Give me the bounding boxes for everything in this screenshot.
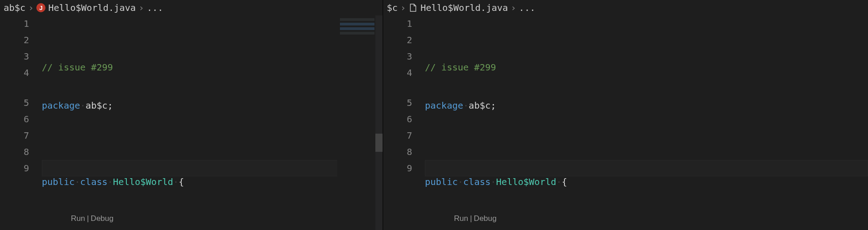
chevron-right-icon: › bbox=[28, 2, 34, 13]
line-number: 3 bbox=[383, 48, 412, 65]
generic-file-icon bbox=[409, 3, 418, 12]
editor-area[interactable]: 1 2 3 4 5 6 7 8 9 // issue #299 package·… bbox=[383, 15, 868, 230]
line-number: 8 bbox=[0, 144, 29, 160]
breadcrumb-label: Hello$World.java bbox=[48, 2, 136, 13]
code-line[interactable]: package·ab$c; bbox=[425, 97, 868, 114]
line-number: 4 bbox=[0, 65, 29, 81]
code-line[interactable]: // issue #299 bbox=[425, 59, 868, 75]
breadcrumb-label: ... bbox=[519, 2, 535, 13]
codelens-separator: | bbox=[87, 214, 89, 223]
token-keyword: class bbox=[80, 176, 107, 187]
token-punct: { bbox=[562, 176, 567, 187]
breadcrumb[interactable]: ab$c › J Hello$World.java › ... bbox=[0, 0, 383, 15]
breadcrumb[interactable]: $c › Hello$World.java › ... bbox=[383, 0, 868, 15]
breadcrumb-segment[interactable]: Hello$World.java bbox=[409, 2, 508, 13]
breadcrumb-label: Hello$World.java bbox=[420, 2, 508, 13]
code-line[interactable] bbox=[42, 135, 383, 152]
code-line[interactable]: package·ab$c; bbox=[42, 97, 383, 114]
breadcrumb-segment[interactable]: J Hello$World.java bbox=[36, 2, 136, 13]
line-number: 9 bbox=[0, 160, 29, 176]
breadcrumb-label: $c bbox=[387, 2, 398, 13]
token-ident: ab$c bbox=[85, 100, 107, 111]
codelens: Run|Debug bbox=[425, 212, 868, 225]
editor-pane-left: ab$c › J Hello$World.java › ... 1 2 3 4 … bbox=[0, 0, 383, 230]
token-keyword: package bbox=[42, 100, 80, 111]
codelens-debug[interactable]: Debug bbox=[91, 214, 114, 223]
gutter-spacer bbox=[0, 81, 29, 95]
scrollbar-track[interactable] bbox=[375, 15, 383, 230]
breadcrumb-label: ab$c bbox=[4, 2, 25, 13]
breadcrumb-segment[interactable]: $c bbox=[387, 2, 398, 13]
code-line[interactable]: public·class·Hello$World·{ bbox=[425, 174, 868, 190]
chevron-right-icon: › bbox=[139, 2, 144, 13]
code-line[interactable] bbox=[425, 135, 868, 152]
token-keyword: class bbox=[463, 176, 490, 187]
codelens-run[interactable]: Run bbox=[454, 214, 468, 223]
line-number: 6 bbox=[0, 111, 29, 127]
token-comment: // issue #299 bbox=[42, 62, 113, 73]
line-number: 2 bbox=[0, 32, 29, 48]
scrollbar-thumb[interactable] bbox=[375, 134, 383, 152]
editor-pane-right: $c › Hello$World.java › ... 1 2 3 4 5 6 … bbox=[383, 0, 868, 230]
code-content[interactable]: // issue #299 package·ab$c; public·class… bbox=[425, 15, 868, 230]
line-number: 1 bbox=[383, 15, 412, 32]
line-number: 7 bbox=[0, 127, 29, 144]
token-type: Hello$World bbox=[496, 176, 556, 187]
token-keyword: public bbox=[42, 176, 75, 187]
chevron-right-icon: › bbox=[400, 2, 406, 13]
breadcrumb-segment[interactable]: ... bbox=[519, 2, 535, 13]
token-punct: ; bbox=[491, 100, 496, 111]
breadcrumb-label: ... bbox=[147, 2, 163, 13]
line-number: 2 bbox=[383, 32, 412, 48]
token-type: Hello$World bbox=[113, 176, 173, 187]
token-comment: // issue #299 bbox=[425, 62, 496, 73]
line-number: 4 bbox=[383, 65, 412, 81]
line-number: 6 bbox=[383, 111, 412, 127]
line-number: 7 bbox=[383, 127, 412, 144]
chevron-right-icon: › bbox=[511, 2, 516, 13]
code-content[interactable]: // issue #299 package·ab$c; public·class… bbox=[42, 15, 383, 230]
line-number: 1 bbox=[0, 15, 29, 32]
codelens-separator: | bbox=[470, 214, 472, 223]
code-line[interactable]: public·class·Hello$World·{ bbox=[42, 174, 383, 190]
line-number-gutter: 1 2 3 4 5 6 7 8 9 bbox=[0, 15, 42, 230]
token-keyword: package bbox=[425, 100, 463, 111]
line-number: 3 bbox=[0, 48, 29, 65]
line-number: 5 bbox=[383, 95, 412, 111]
minimap-preview bbox=[340, 18, 374, 38]
breadcrumb-segment[interactable]: ab$c bbox=[4, 2, 25, 13]
gutter-spacer bbox=[383, 81, 412, 95]
token-ident: ab$c bbox=[469, 100, 490, 111]
token-punct: { bbox=[179, 176, 184, 187]
line-number: 5 bbox=[0, 95, 29, 111]
code-line[interactable]: // issue #299 bbox=[42, 59, 383, 75]
codelens: Run|Debug bbox=[42, 212, 383, 225]
line-number-gutter: 1 2 3 4 5 6 7 8 9 bbox=[383, 15, 425, 230]
codelens-run[interactable]: Run bbox=[71, 214, 85, 223]
breadcrumb-segment[interactable]: ... bbox=[147, 2, 163, 13]
java-file-icon: J bbox=[36, 3, 45, 12]
token-keyword: public bbox=[425, 176, 458, 187]
codelens-debug[interactable]: Debug bbox=[474, 214, 497, 223]
editor-area[interactable]: 1 2 3 4 5 6 7 8 9 // issue #299 package·… bbox=[0, 15, 383, 230]
line-number: 9 bbox=[383, 160, 412, 176]
minimap[interactable] bbox=[337, 15, 383, 230]
line-number: 8 bbox=[383, 144, 412, 160]
token-punct: ; bbox=[108, 100, 113, 111]
